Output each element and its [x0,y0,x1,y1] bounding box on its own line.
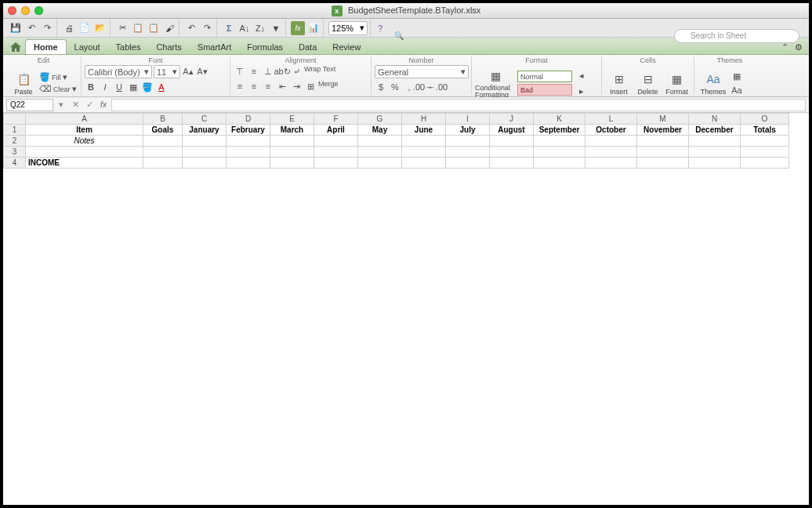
col-header-D[interactable]: D [227,114,270,125]
tab-tables[interactable]: Tables [108,40,149,54]
cell-M2[interactable] [637,136,689,147]
fill-button[interactable]: 🪣Fill▾ [39,72,77,82]
cell-J1[interactable]: August [490,125,534,136]
theme-fonts-button[interactable]: Aa [730,84,743,96]
bold-button[interactable]: B [85,81,97,93]
save-icon[interactable]: 💾 [9,21,23,35]
filter-icon[interactable]: ▼ [269,21,283,35]
col-header-O[interactable]: O [741,114,789,125]
cell-E3[interactable] [270,147,314,158]
cell-F1[interactable]: April [314,125,358,136]
paste-button[interactable]: 📋 Paste [9,65,38,101]
cell-M4[interactable] [637,158,689,169]
clear-button[interactable]: ⌫Clear▾ [39,84,77,94]
cell-A1[interactable]: Item [26,125,143,136]
sort-asc-icon[interactable]: A↓ [237,21,252,35]
show-formulas-icon[interactable]: 📊 [306,21,321,35]
cell-O2[interactable] [741,136,789,147]
col-header-N[interactable]: N [689,114,741,125]
cell-L2[interactable] [585,136,637,147]
col-header-L[interactable]: L [585,114,637,125]
orientation-icon[interactable]: ab↻ [276,65,288,78]
cell-L1[interactable]: October [585,125,637,136]
cell-D2[interactable] [227,136,270,147]
cell-K2[interactable] [534,136,585,147]
style-bad[interactable]: Bad [517,84,572,96]
fx-button[interactable]: fx [97,99,110,111]
align-left-icon[interactable]: ≡ [234,80,246,93]
cell-C3[interactable] [183,147,227,158]
merge-button[interactable]: ⊞ [304,80,317,93]
cell-C1[interactable]: January [183,125,227,136]
format-cells-button[interactable]: ▦Format [663,65,691,101]
cell-D1[interactable]: February [227,125,270,136]
cell-E4[interactable] [270,158,314,169]
cell-O4[interactable] [741,158,789,169]
row-header-1[interactable]: 1 [4,125,26,136]
style-next-icon[interactable]: ▸ [575,85,588,97]
fx-icon[interactable]: fx [291,21,305,35]
cell-O3[interactable] [741,147,789,158]
cell-H4[interactable] [402,158,446,169]
align-top-icon[interactable]: ⊤ [234,65,246,78]
col-header-M[interactable]: M [637,114,689,125]
col-header-E[interactable]: E [270,114,314,125]
name-box[interactable]: Q22 [6,99,53,111]
name-box-dropdown-icon[interactable]: ▾ [55,99,67,111]
col-header-C[interactable]: C [183,114,227,125]
window-minimize-button[interactable] [21,6,30,15]
tab-data[interactable]: Data [291,40,324,54]
cancel-formula-icon[interactable]: ✕ [69,99,82,111]
tab-charts[interactable]: Charts [148,40,189,54]
cell-N4[interactable] [689,158,741,169]
cell-H2[interactable] [402,136,446,147]
tab-layout[interactable]: Layout [67,40,108,54]
font-color-button[interactable]: A [155,81,168,93]
align-center-icon[interactable]: ≡ [248,80,260,93]
cell-A3[interactable] [26,147,143,158]
shrink-font-icon[interactable]: A▾ [196,65,208,78]
wrap-text-button[interactable]: ⤶ [290,65,303,78]
cell-J2[interactable] [490,136,534,147]
border-button[interactable]: ▦ [127,81,140,93]
home-icon[interactable] [9,42,22,53]
cell-B4[interactable] [143,158,183,169]
open-icon[interactable]: 📂 [93,21,107,35]
decrease-indent-icon[interactable]: ⇤ [276,80,288,93]
cell-G4[interactable] [358,158,402,169]
cell-H3[interactable] [402,147,446,158]
italic-button[interactable]: I [99,81,111,93]
window-zoom-button[interactable] [34,6,43,15]
cell-M3[interactable] [637,147,689,158]
cell-B1[interactable]: Goals [143,125,183,136]
search-input[interactable]: Search in Sheet [674,29,799,43]
col-header-I[interactable]: I [446,114,490,125]
cell-F4[interactable] [314,158,358,169]
cell-K3[interactable] [534,147,585,158]
cell-I2[interactable] [446,136,490,147]
cell-C4[interactable] [183,158,227,169]
cell-J4[interactable] [490,158,534,169]
cell-H1[interactable]: June [402,125,446,136]
help-icon[interactable]: ? [373,21,387,35]
redo-icon[interactable]: ↷ [40,21,54,35]
accept-formula-icon[interactable]: ✓ [83,99,96,111]
paste-icon[interactable]: 📋 [147,21,161,35]
grow-font-icon[interactable]: A▴ [182,65,194,78]
conditional-formatting-button[interactable]: ▦ Conditional Formatting [475,65,516,101]
insert-button[interactable]: ⊞Insert [605,65,633,101]
number-format-select[interactable]: General▾ [375,65,469,78]
formula-input[interactable] [111,99,806,111]
cell-B2[interactable] [143,136,183,147]
underline-button[interactable]: U [113,81,125,93]
col-header-B[interactable]: B [143,114,183,125]
align-right-icon[interactable]: ≡ [262,80,274,93]
cell-F3[interactable] [314,147,358,158]
cell-F2[interactable] [314,136,358,147]
row-header-3[interactable]: 3 [4,147,26,158]
print-icon[interactable]: 🖨 [62,21,76,35]
cell-E2[interactable] [270,136,314,147]
cell-G3[interactable] [358,147,402,158]
cell-E1[interactable]: March [270,125,314,136]
col-header-A[interactable]: A [26,114,143,125]
